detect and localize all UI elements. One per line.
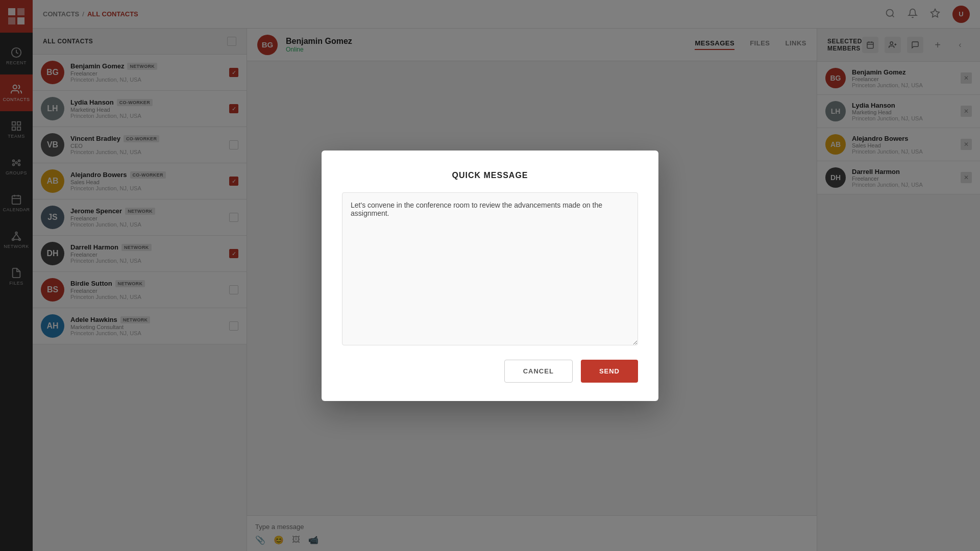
message-textarea[interactable]: Let's convene in the conference room to … xyxy=(342,192,638,345)
modal-actions: CANCEL SEND xyxy=(342,360,638,383)
send-button[interactable]: SEND xyxy=(581,360,638,383)
modal-title: QUICK MESSAGE xyxy=(342,171,638,180)
modal-overlay[interactable]: QUICK MESSAGE Let's convene in the confe… xyxy=(0,0,980,551)
cancel-button[interactable]: CANCEL xyxy=(504,360,573,383)
quick-message-modal: QUICK MESSAGE Let's convene in the confe… xyxy=(322,151,658,401)
